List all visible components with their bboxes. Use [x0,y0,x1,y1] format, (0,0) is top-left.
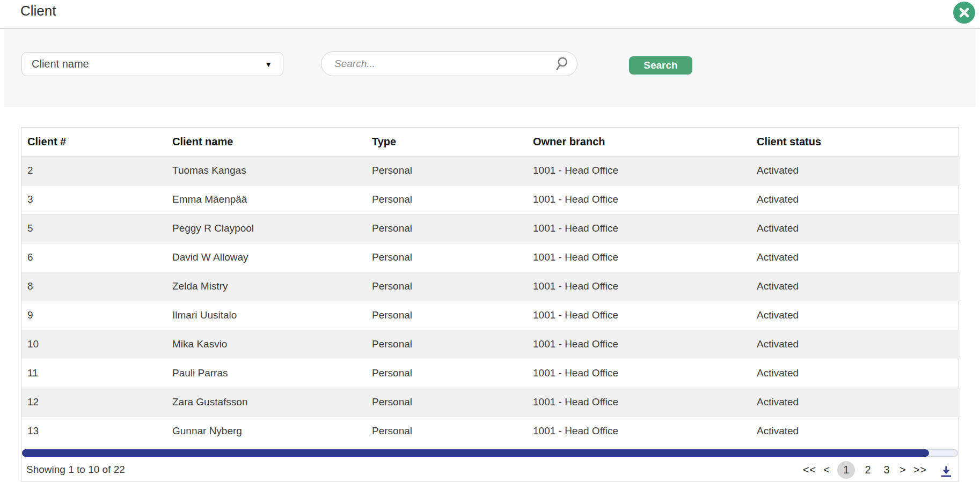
cell-type: Personal [366,359,527,388]
column-header-client-status: Client status [751,128,960,156]
pagination-next[interactable]: > [899,464,906,476]
table-row[interactable]: 8 Zelda Mistry Personal 1001 - Head Offi… [21,272,960,301]
cell-owner-branch: 1001 - Head Office [527,417,751,446]
table-row[interactable]: 5 Peggy R Claypool Personal 1001 - Head … [21,214,960,243]
cell-client-number: 6 [21,243,166,272]
cell-owner-branch: 1001 - Head Office [527,272,751,301]
cell-client-number: 2 [21,156,166,185]
cell-type: Personal [366,330,527,359]
results-count: Showing 1 to 10 of 22 [26,464,125,476]
cell-client-name: Zara Gustafsson [166,388,366,417]
cell-type: Personal [366,243,527,272]
column-header-client-number: Client # [21,128,166,156]
pagination: << < 1 2 3 > >> [803,461,953,479]
cell-client-name: Tuomas Kangas [166,156,366,185]
cell-type: Personal [366,301,527,330]
download-icon [939,464,953,478]
cell-client-name: Peggy R Claypool [166,214,366,243]
cell-client-status: Activated [751,272,960,301]
horizontal-scrollbar-thumb[interactable] [22,449,929,457]
close-icon [953,2,975,24]
cell-client-status: Activated [751,156,960,185]
cell-type: Personal [366,156,527,185]
pagination-last[interactable]: >> [913,464,927,476]
chevron-down-icon: ▼ [265,60,272,69]
cell-client-number: 9 [21,301,166,330]
modal-header: Client [0,0,980,28]
cell-client-status: Activated [751,185,960,214]
cell-client-number: 3 [21,185,166,214]
table-header-row: Client # Client name Type Owner branch C… [21,128,960,156]
cell-client-name: Emma Mäenpää [166,185,366,214]
download-button[interactable] [939,464,953,478]
table-row[interactable]: 6 David W Alloway Personal 1001 - Head O… [21,243,960,272]
cell-type: Personal [366,417,527,446]
search-button[interactable]: Search [629,56,692,75]
table-row[interactable]: 3 Emma Mäenpää Personal 1001 - Head Offi… [21,185,960,214]
cell-owner-branch: 1001 - Head Office [527,359,751,388]
modal-title: Client [20,3,56,19]
pagination-page-1[interactable]: 1 [837,461,855,479]
horizontal-scrollbar-track[interactable] [22,449,958,457]
table-row[interactable]: 10 Mika Kasvio Personal 1001 - Head Offi… [21,330,960,359]
column-header-type: Type [366,128,527,156]
table-row[interactable]: 13 Gunnar Nyberg Personal 1001 - Head Of… [21,417,960,446]
cell-client-number: 13 [21,417,166,446]
cell-owner-branch: 1001 - Head Office [527,388,751,417]
table-row[interactable]: 12 Zara Gustafsson Personal 1001 - Head … [21,388,960,417]
cell-owner-branch: 1001 - Head Office [527,185,751,214]
cell-type: Personal [366,388,527,417]
horizontal-scrollbar [21,446,959,458]
pagination-first[interactable]: << [803,464,816,476]
search-field-dropdown[interactable]: Client name ▼ [21,52,283,76]
search-box [321,51,577,76]
cell-client-name: Ilmari Uusitalo [166,301,366,330]
cell-client-name: David W Alloway [166,243,366,272]
cell-client-status: Activated [751,359,960,388]
cell-client-name: Pauli Parras [166,359,366,388]
cell-client-status: Activated [751,301,960,330]
clients-table: Client # Client name Type Owner branch C… [21,128,960,446]
cell-client-number: 5 [21,214,166,243]
column-header-owner-branch: Owner branch [527,128,751,156]
pagination-prev[interactable]: < [823,464,830,476]
cell-client-number: 8 [21,272,166,301]
cell-client-name: Gunnar Nyberg [166,417,366,446]
cell-client-status: Activated [751,417,960,446]
cell-type: Personal [366,185,527,214]
clients-table-card: Client # Client name Type Owner branch C… [21,127,959,481]
filter-bar: Client name ▼ Search [4,29,976,107]
close-button[interactable] [953,2,975,24]
cell-owner-branch: 1001 - Head Office [527,156,751,185]
cell-client-status: Activated [751,330,960,359]
cell-client-status: Activated [751,388,960,417]
cell-owner-branch: 1001 - Head Office [527,243,751,272]
cell-type: Personal [366,214,527,243]
cell-client-name: Mika Kasvio [166,330,366,359]
table-row[interactable]: 2 Tuomas Kangas Personal 1001 - Head Off… [21,156,960,185]
cell-client-name: Zelda Mistry [166,272,366,301]
client-modal: Client Client name ▼ Search [0,0,980,482]
search-icon [553,56,569,72]
cell-client-status: Activated [751,243,960,272]
pagination-page-3[interactable]: 3 [881,464,893,476]
cell-client-number: 11 [21,359,166,388]
cell-type: Personal [366,272,527,301]
cell-owner-branch: 1001 - Head Office [527,301,751,330]
pagination-page-2[interactable]: 2 [862,464,874,476]
search-input[interactable] [334,58,553,70]
table-footer: Showing 1 to 10 of 22 << < 1 2 3 > >> [21,458,959,481]
cell-client-number: 10 [21,330,166,359]
cell-owner-branch: 1001 - Head Office [527,330,751,359]
table-row[interactable]: 11 Pauli Parras Personal 1001 - Head Off… [21,359,960,388]
column-header-client-name: Client name [166,128,366,156]
table-row[interactable]: 9 Ilmari Uusitalo Personal 1001 - Head O… [21,301,960,330]
cell-owner-branch: 1001 - Head Office [527,214,751,243]
cell-client-status: Activated [751,214,960,243]
dropdown-selected-value: Client name [32,58,265,70]
cell-client-number: 12 [21,388,166,417]
